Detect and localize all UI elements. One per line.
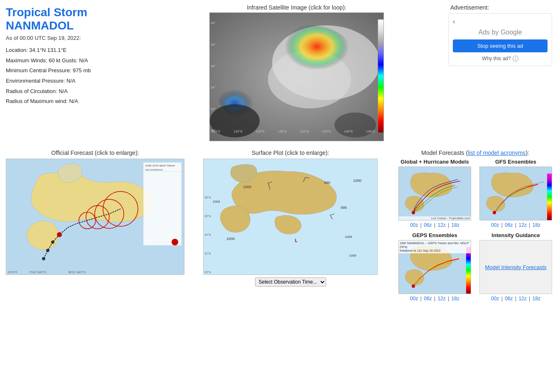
- intensity-placeholder: Model Intensity Forecasts: [479, 240, 552, 294]
- svg-point-9: [46, 249, 49, 252]
- gfs-ensemble-item: GFS Ensembles 16W NANMADOL – GEFS Tracks…: [477, 159, 554, 228]
- forecast-section: Official Forecast (click to enlarge):: [6, 149, 184, 301]
- gfs-12z-link[interactable]: 12z: [518, 222, 526, 228]
- storm-details: Location: 34.1°N 131.1°E Maximum Winds: …: [6, 45, 147, 107]
- forecast-map[interactable]: JTWC ATCF BEST TRACK 16W NANMADOL ATCF® …: [6, 159, 184, 275]
- storm-title: Tropical Storm NANMADOL: [6, 6, 147, 32]
- svg-text:30°N: 30°N: [204, 271, 211, 274]
- svg-text:1000: 1000: [353, 179, 361, 183]
- gfs-18z-link[interactable]: 18z: [533, 222, 540, 228]
- model-acronyms-link[interactable]: list of model acronyms: [468, 149, 526, 156]
- ad-box: ‹ Ads by Google Stop seeing this ad Why …: [448, 13, 552, 66]
- geps-12z-link[interactable]: 12z: [437, 296, 445, 301]
- storm-radius-circulation: Radius of Circulation: N/A: [6, 86, 147, 97]
- svg-text:ATCF®: ATCF®: [8, 271, 18, 274]
- intensity-model-links: 00z | 06z | 12z | 18z: [491, 296, 540, 301]
- model-section: Model Forecasts (list of model acronyms)…: [396, 149, 554, 301]
- svg-point-21: [172, 239, 178, 245]
- svg-text:38°N: 38°N: [204, 196, 211, 199]
- storm-location: Location: 34.1°N 131.1°E: [6, 45, 147, 56]
- gfs-00z-link[interactable]: 00z: [491, 222, 499, 228]
- ads-by-google-label: Ads by Google: [479, 29, 522, 36]
- svg-text:1000: 1000: [226, 237, 235, 241]
- global-00z-link[interactable]: 00z: [410, 222, 418, 228]
- intensity-06z-link[interactable]: 06z: [505, 296, 513, 301]
- svg-text:1005: 1005: [345, 235, 352, 239]
- global-18z-link[interactable]: 18z: [452, 222, 459, 228]
- model-section-header: Model Forecasts (list of model acronyms)…: [396, 149, 554, 156]
- svg-text:36°N: 36°N: [204, 215, 211, 218]
- geps-ensemble-map[interactable]: 16W NANMADOL – GEPS Tracks and Min. MSLP…: [398, 240, 471, 294]
- global-model-title: Global + Hurricane Models: [400, 159, 469, 165]
- intensity-18z-link[interactable]: 18z: [533, 296, 540, 301]
- ad-back-button[interactable]: ‹: [453, 18, 455, 25]
- satellite-section: Infrared Satellite Image (click for loop…: [151, 4, 442, 141]
- geps-18z-link[interactable]: 18z: [452, 296, 459, 301]
- geps-title: GEPS Ensembles: [412, 232, 457, 238]
- global-model-svg: [399, 167, 471, 220]
- global-model-footer: Levi Cowan - Tropicalbits.com: [399, 216, 471, 220]
- surface-map[interactable]: Marine Surface Plot Near 16W NANMADOL 01…: [203, 159, 378, 275]
- gfs-ensemble-map[interactable]: 16W NANMADOL – GEFS Tracks and Min. MSLP…: [479, 167, 552, 220]
- intensity-link[interactable]: Model Intensity Forecasts: [485, 264, 546, 270]
- gfs-svg: [480, 167, 552, 220]
- geps-ensemble-item: GEPS Ensembles 16W NANMADOL – GEPS Track…: [396, 232, 473, 301]
- color-scale-bar: [378, 20, 383, 132]
- observation-time-select[interactable]: Select Observation Time... 00Z Sep 19 06…: [255, 277, 326, 287]
- svg-text:1003: 1003: [213, 200, 220, 203]
- geps-00z-link[interactable]: 00z: [410, 296, 418, 301]
- gfs-color-scale: [547, 174, 552, 220]
- svg-text:995: 995: [341, 206, 347, 210]
- stop-seeing-button[interactable]: Stop seeing this ad: [453, 39, 548, 52]
- global-model-map[interactable]: 16W NANMADOL – Model Track Guidance Init…: [398, 167, 471, 220]
- storm-max-winds: Maximum Winds: 60 kt Gusts: N/A: [6, 56, 147, 66]
- gfs-model-links: 00z | 06z | 12z | 18z: [491, 222, 540, 228]
- svg-text:1005: 1005: [349, 254, 356, 257]
- storm-subtitle: As of 00:00 UTC Sep 19, 2022:: [6, 35, 147, 41]
- svg-text:1000: 1000: [243, 185, 251, 189]
- svg-text:32°N: 32°N: [204, 252, 211, 255]
- global-06z-link[interactable]: 06z: [424, 222, 432, 228]
- svg-point-16: [57, 232, 62, 237]
- surface-label[interactable]: Surface Plot (click to enlarge):: [252, 149, 329, 156]
- intensity-title: Intensity Guidance: [491, 232, 540, 238]
- svg-point-50: [493, 211, 496, 214]
- storm-min-pressure: Minimum Central Pressure: 975 mb: [6, 66, 147, 76]
- intensity-12z-link[interactable]: 12z: [518, 296, 526, 301]
- sep1: |: [420, 222, 423, 228]
- svg-text:JTWC WATTS: JTWC WATTS: [29, 271, 47, 274]
- forecast-label[interactable]: Official Forecast (click to enlarge):: [51, 149, 139, 156]
- svg-point-6: [334, 113, 376, 137]
- why-this-ad-link[interactable]: Why this ad? i: [482, 56, 518, 61]
- svg-text:34°N: 34°N: [204, 233, 211, 236]
- svg-text:BFSC WATTS: BFSC WATTS: [69, 271, 86, 274]
- intensity-item: Intensity Guidance Model Intensity Forec…: [477, 232, 554, 301]
- svg-text:JTWC ATCF BEST TRACK: JTWC ATCF BEST TRACK: [145, 164, 175, 167]
- satellite-x-axis: 124°E126°E128°E130°E132°E134°E136°E138°E: [210, 130, 377, 133]
- sep2: |: [434, 222, 437, 228]
- geps-color-scale: [466, 247, 471, 294]
- gfs-06z-link[interactable]: 06z: [505, 222, 513, 228]
- observation-time-dropdown-row[interactable]: Select Observation Time... 00Z Sep 19 06…: [255, 277, 326, 287]
- storm-radius-max-wind: Radius of Maximum wind: N/A: [6, 96, 147, 107]
- storm-env-pressure: Environmental Pressure: N/A: [6, 76, 147, 86]
- satellite-image[interactable]: Himawari-8 Channel 13 (IR) Brightness Te…: [209, 12, 384, 141]
- global-12z-link[interactable]: 12z: [437, 222, 445, 228]
- surface-section: Surface Plot (click to enlarge): Marine …: [189, 149, 392, 301]
- satellite-label[interactable]: Infrared Satellite Image (click for loop…: [247, 4, 346, 11]
- intensity-00z-link[interactable]: 00z: [491, 296, 499, 301]
- surface-svg: L 1000 1000 990 995 1000 1003 1005 1005: [204, 159, 378, 275]
- geps-model-links: 00z | 06z | 12z | 18z: [410, 296, 459, 301]
- geps-06z-link[interactable]: 06z: [424, 296, 432, 301]
- model-grid: Global + Hurricane Models 16W NANMADOL –…: [396, 159, 554, 301]
- geps-model-header: 16W NANMADOL – GEPS Tracks and Min. MSLP…: [399, 240, 471, 253]
- info-icon: i: [513, 56, 518, 61]
- global-model-links: 00z | 06z | 12z | 18z: [410, 222, 459, 228]
- advertisement-section: Advertisement: ‹ Ads by Google Stop seei…: [446, 4, 554, 141]
- svg-text:990: 990: [324, 181, 330, 185]
- sep3: |: [448, 222, 450, 228]
- storm-info-panel: Tropical Storm NANMADOL As of 00:00 UTC …: [6, 4, 147, 141]
- svg-text:16W NANMADOL: 16W NANMADOL: [145, 169, 163, 171]
- ad-label: Advertisement:: [450, 4, 489, 11]
- svg-rect-17: [143, 162, 182, 245]
